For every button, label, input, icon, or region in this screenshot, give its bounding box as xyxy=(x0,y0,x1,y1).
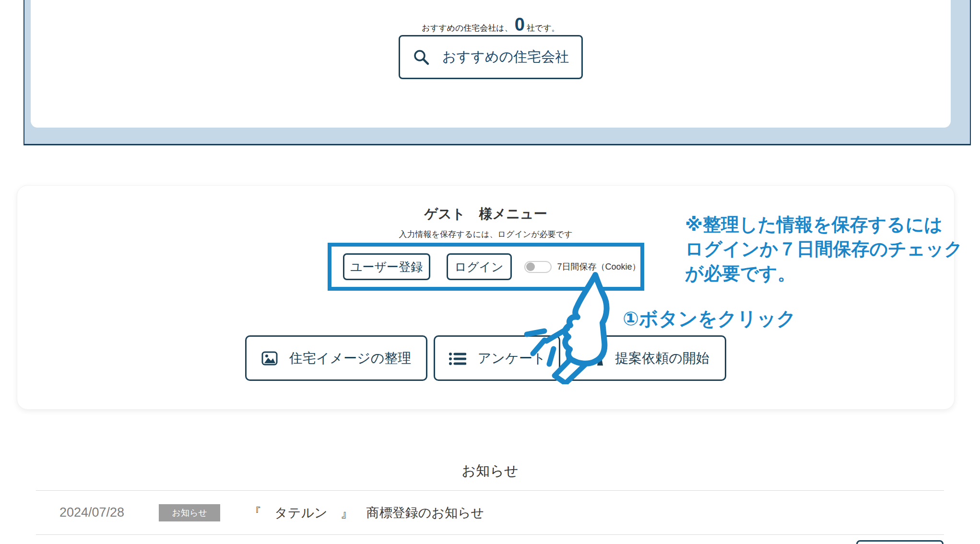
toggle-knob-icon xyxy=(526,262,535,271)
recommend-count-line: おすすめの住宅会社は、0社です。 xyxy=(31,14,951,35)
news-heading: お知らせ xyxy=(0,461,980,481)
news-more-button[interactable] xyxy=(856,540,944,544)
click-instruction-annotation: ①ボタンをクリック xyxy=(623,306,796,332)
login-highlight-box: ユーザー登録 ログイン 7日間保存（Cookie） xyxy=(328,243,644,291)
image-icon xyxy=(261,351,278,366)
search-icon xyxy=(413,48,430,66)
cookie-toggle-label: 7日間保存（Cookie） xyxy=(557,261,641,272)
login-button[interactable]: ログイン xyxy=(447,253,512,280)
news-tag-badge: お知らせ xyxy=(159,504,220,521)
housing-image-button[interactable]: 住宅イメージの整理 xyxy=(245,335,427,381)
list-icon xyxy=(448,351,466,366)
recommend-panel: おすすめの住宅会社は、0社です。 おすすめの住宅会社 xyxy=(31,0,951,128)
news-item-title: 『 タテルン 』 商標登録のお知らせ xyxy=(248,504,484,521)
page-root: おすすめの住宅会社は、0社です。 おすすめの住宅会社 ゲスト 様メニュー 入力情… xyxy=(0,0,980,544)
recommended-companies-label: おすすめの住宅会社 xyxy=(442,47,569,67)
recommend-section: おすすめの住宅会社は、0社です。 おすすめの住宅会社 xyxy=(24,0,971,145)
action-buttons-row: 住宅イメージの整理 アンケート xyxy=(17,335,954,381)
cookie-save-toggle[interactable] xyxy=(524,261,552,273)
count-number: 0 xyxy=(513,14,527,35)
news-divider-bottom xyxy=(36,534,944,535)
save-note-line3: が必要です。 xyxy=(685,261,963,286)
count-prefix: おすすめの住宅会社は、 xyxy=(422,24,512,33)
user-register-button[interactable]: ユーザー登録 xyxy=(343,253,430,280)
proposal-request-label: 提案依頼の開始 xyxy=(615,349,709,367)
survey-button[interactable]: アンケート xyxy=(434,335,560,381)
proposal-request-button[interactable]: 提案依頼の開始 xyxy=(567,335,726,381)
save-note-line2: ログインか７日間保存のチェック xyxy=(685,237,963,261)
news-row[interactable]: 2024/07/28 お知らせ 『 タテルン 』 商標登録のお知らせ xyxy=(36,491,944,534)
save-note-line1: ※整理した情報を保存するには xyxy=(685,213,963,237)
survey-label: アンケート xyxy=(478,349,546,367)
recommended-companies-button[interactable]: おすすめの住宅会社 xyxy=(399,35,583,79)
people-arrows-icon xyxy=(583,350,603,367)
news-date: 2024/07/28 xyxy=(59,505,124,520)
count-suffix: 社です。 xyxy=(527,24,560,33)
guest-menu-card: ゲスト 様メニュー 入力情報を保存するには、ログインが必要です ユーザー登録 ロ… xyxy=(17,185,955,410)
housing-image-label: 住宅イメージの整理 xyxy=(289,349,412,367)
save-note-annotation: ※整理した情報を保存するには ログインか７日間保存のチェック が必要です。 xyxy=(685,213,963,286)
